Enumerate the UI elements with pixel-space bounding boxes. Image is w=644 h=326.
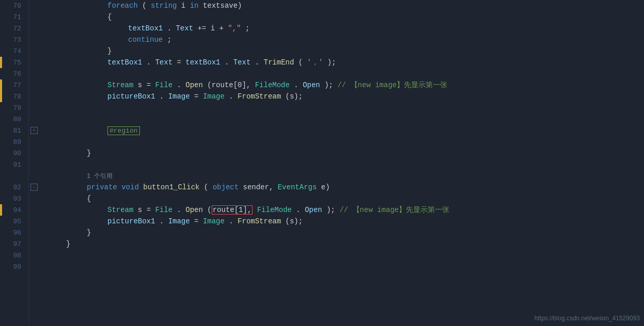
gutter-94 [29,204,39,216]
gutter-72 [29,23,39,34]
code-line-71: { [43,11,644,23]
code-line-97: } [43,238,644,250]
collapse-button-92[interactable]: - [30,184,38,191]
var-image: Image [168,92,190,101]
ln-71: 71 [4,11,24,23]
code-line-90: } [43,148,644,159]
gutter-75 [29,57,39,68]
ln-ref [4,170,24,182]
code-line-93: { [43,193,644,204]
ln-89: 89 [4,136,24,148]
code-text-70: foreach ( string i in textsave) [107,2,242,10]
code-text-81: #region [107,126,140,135]
method-button1click: button1_Click [143,183,199,191]
code-line-95: pictureBox1 . Image = Image . FromStream… [43,216,644,227]
gutter-76 [29,68,39,79]
comment-77: // 【new image】先显示第一张 [337,81,447,89]
type-image: Image [203,92,225,101]
var-text-75: Text [155,58,172,67]
gutter-98 [29,250,39,261]
ln-74: 74 [4,45,24,57]
ln-98: 98 [4,250,24,261]
method-open: Open [185,81,203,89]
ln-73: 73 [4,34,24,45]
line-numbers: 70 71 72 73 74 75 76 77 78 79 80 81 89 9… [2,0,29,326]
kw-in: in [190,2,199,10]
gutter-ref [29,170,39,182]
ln-81: 81 [4,125,24,136]
ln-70: 70 [4,0,24,11]
ln-90: 90 [4,148,24,159]
ln-92: 92 [4,182,24,193]
ln-75: 75 [4,57,24,68]
type-file: File [155,81,172,89]
var-picturebox: pictureBox1 [107,92,155,101]
code-text-75: textBox1 . Text = textBox1 . Text . Trim… [107,58,336,67]
code-line-ref: 1 个引用 [43,170,644,182]
code-line-81: #region [43,125,644,136]
ln-72: 72 [4,23,24,34]
var-textbox1-75: textBox1 [107,58,142,67]
var-textbox1-75b: textBox1 [185,58,220,67]
code-line-94: Stream s = File . Open (route[1], FileMo… [43,204,644,216]
code-text-78: pictureBox1 . Image = Image . FromStream… [107,92,303,101]
var-open: Open [303,81,320,89]
code-text-74: } [107,47,112,55]
code-text-93: { [87,194,91,203]
code-lines: foreach ( string i in textsave) { textBo… [39,0,644,326]
expand-button-81[interactable]: + [30,127,38,134]
gutter-77 [29,79,39,91]
code-line-79 [43,102,644,113]
kw-private: private [87,183,117,191]
code-line-75: textBox1 . Text = textBox1 . Text . Trim… [43,57,644,68]
code-text-73: continue ; [128,36,171,44]
code-text-92: private void button1_Click ( object send… [87,183,330,191]
ln-97: 97 [4,238,24,250]
kw-continue: continue [128,36,163,44]
type-image-95: Image [203,217,225,225]
ln-79: 79 [4,102,24,113]
code-text-94: Stream s = File . Open (route[1], FileMo… [107,205,449,215]
kw-object: object [213,183,239,191]
str-char: '，' [307,58,323,67]
code-line-92: private void button1_Click ( object send… [43,182,644,193]
code-line-91 [43,159,644,170]
ln-78: 78 [4,91,24,102]
code-editor: 70 71 72 73 74 75 76 77 78 79 80 81 89 9… [0,0,644,326]
var-textbox1: textBox1 [128,24,163,32]
code-text-ref: 1 个引用 [87,172,113,181]
gutter-80 [29,113,39,125]
ln-95: 95 [4,216,24,227]
code-line-74: } [43,45,644,57]
var-text: Text [176,24,193,32]
gutter-90 [29,148,39,159]
type-eventargs: EventArgs [278,183,317,191]
type-stream-77: Stream [107,81,133,89]
method-trimend: TrimEnd [264,58,294,67]
gutter-81[interactable]: + [29,125,39,136]
method-open-94: Open [185,206,203,214]
code-line-72: textBox1 . Text += i + "," ; [43,23,644,34]
code-line-78: pictureBox1 . Image = Image . FromStream… [43,91,644,102]
var-open-94: Open [305,206,322,214]
type-filemode: FileMode [255,81,290,89]
code-line-89 [43,136,644,148]
code-line-98 [43,250,644,261]
code-line-77: Stream s = File . Open (route[0], FileMo… [43,79,644,91]
var-image-95: Image [168,217,190,225]
route1-highlight: route[1], [212,205,253,215]
var-text-75b: Text [233,58,251,67]
ln-77: 77 [4,79,24,91]
code-line-70: foreach ( string i in textsave) [43,0,644,11]
ln-99: 99 [4,261,24,272]
ln-76: 76 [4,68,24,79]
code-text-71: { [107,13,112,21]
ln-91: 91 [4,159,24,170]
code-text-90: } [87,149,91,157]
code-text-77: Stream s = File . Open (route[0], FileMo… [107,80,447,90]
gutter-92[interactable]: - [29,182,39,193]
method-fromstream-95: FromStream [238,217,281,225]
code-line-80 [43,113,644,125]
gutter-96 [29,227,39,238]
watermark: https://blog.csdn.net/weixin_41529093 [535,315,640,322]
